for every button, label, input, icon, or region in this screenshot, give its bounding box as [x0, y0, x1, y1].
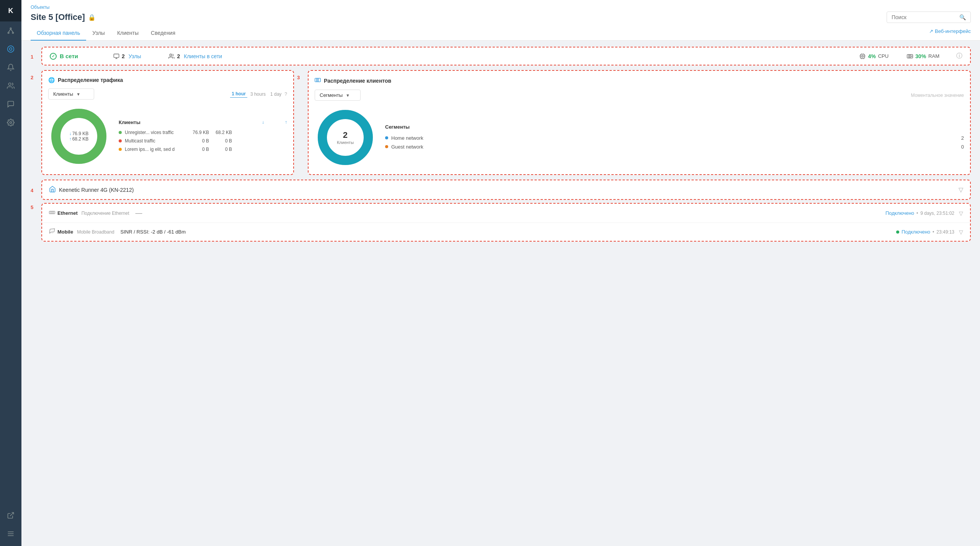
section-label-1: 1	[31, 54, 38, 60]
traffic-title: 🌐 Распределение трафика	[48, 77, 287, 83]
svg-point-5	[8, 46, 14, 52]
sidebar-item-alerts[interactable]	[0, 58, 21, 77]
info-icon[interactable]: ⓘ	[956, 52, 962, 60]
page-body: 1 В сети 2 Узлы 2 Клиенты в сети	[21, 41, 980, 546]
nodes-status: 2 Узлы	[113, 53, 141, 59]
svg-line-4	[11, 29, 13, 32]
mobile-expand-button[interactable]: ▽	[959, 229, 963, 235]
segment-dot-0	[385, 136, 388, 139]
connections-card: Ethernet Подключение Ethernet — Подключе…	[41, 203, 971, 242]
search-input[interactable]	[892, 14, 959, 20]
clients-panel: Распределение клиентов Сегменты ▼ Момент…	[308, 70, 971, 175]
time-3hours[interactable]: 3 hours	[249, 91, 267, 98]
time-filters: 1 hour 3 hours 1 day ?	[230, 90, 287, 98]
section-label-2: 2	[31, 75, 38, 175]
svg-point-1	[8, 32, 9, 33]
mobile-icon	[49, 228, 55, 235]
cpu-icon	[859, 53, 866, 59]
ram-status: 30% RAM	[907, 53, 939, 59]
device-title: Keenetic Runner 4G (KN-2212)	[49, 186, 134, 194]
segment-row-1: Guest network 0	[385, 142, 964, 151]
conn-mobile-status: Подключено • 23:49:13	[896, 229, 954, 235]
status-section: 1 В сети 2 Узлы 2 Клиенты в сети	[31, 47, 971, 65]
breadcrumb[interactable]: Объекты	[31, 5, 971, 10]
device-icon	[49, 186, 56, 194]
clients-icon	[315, 77, 321, 84]
conn-ethernet-status: Подключено • 9 days, 23:51:02	[885, 210, 954, 216]
device-card: Keenetic Runner 4G (KN-2212) ▽	[41, 180, 971, 200]
traffic-dot-2	[119, 148, 122, 151]
time-1day[interactable]: 1 day	[269, 91, 283, 98]
time-1hour[interactable]: 1 hour	[230, 90, 247, 98]
segment-select-row: Сегменты ▼ Моментальное значение	[315, 90, 964, 101]
time-help-icon[interactable]: ?	[284, 92, 287, 97]
sidebar-item-menu[interactable]	[0, 525, 21, 543]
sidebar-item-dashboard[interactable]	[0, 40, 21, 58]
device-section: 4 Keenetic Runner 4G (KN-2212) ▽	[31, 180, 971, 200]
segment-chevron-icon: ▼	[346, 93, 350, 98]
segment-row-0: Home network 2	[385, 134, 964, 142]
svg-line-3	[8, 29, 11, 32]
conn-mobile-name: Mobile Mobile Broadband	[49, 228, 114, 235]
traffic-dot-0	[119, 131, 122, 134]
tab-dashboard[interactable]: Обзорная панель	[31, 26, 86, 41]
nodes-icon	[113, 53, 119, 59]
traffic-icon: 🌐	[48, 77, 55, 83]
main-content: Объекты Site 5 [Office] 🔒 🔍 Обзорная пан…	[21, 0, 980, 546]
svg-point-0	[10, 28, 11, 29]
tab-list: Обзорная панель Узлы Клиенты Сведения	[31, 26, 181, 40]
segment-dot-1	[385, 145, 388, 148]
online-dot	[896, 230, 899, 234]
sidebar-item-chat[interactable]	[0, 95, 21, 113]
svg-point-7	[8, 83, 11, 86]
panels-row: 2 🌐 Распределение трафика Клиенты ▼ 1 ho…	[31, 70, 971, 175]
sidebar-item-users[interactable]	[0, 77, 21, 95]
lock-icon: 🔒	[88, 14, 96, 21]
traffic-dropdown[interactable]: Клиенты ▼	[48, 88, 94, 100]
web-interface-link[interactable]: ↗ Веб-интерфейс	[929, 28, 971, 38]
svg-point-15	[170, 54, 172, 56]
tab-nodes[interactable]: Узлы	[86, 26, 111, 41]
traffic-donut: ↓ 76.9 KB ↑ 68.2 KB	[48, 106, 109, 167]
upload-col-icon: ↑	[264, 119, 287, 125]
svg-point-8	[10, 122, 12, 124]
traffic-panel: 🌐 Распределение трафика Клиенты ▼ 1 hour…	[41, 70, 294, 175]
sidebar-item-settings[interactable]	[0, 113, 21, 132]
clients-donut-center: 2 Клиенты	[337, 130, 354, 145]
ram-icon	[907, 53, 913, 59]
search-icon: 🔍	[959, 14, 966, 20]
sidebar: K	[0, 0, 21, 546]
svg-point-2	[12, 32, 13, 33]
search-box[interactable]: 🔍	[887, 11, 971, 23]
header: Объекты Site 5 [Office] 🔒 🔍 Обзорная пан…	[21, 0, 980, 41]
svg-point-43	[51, 231, 54, 234]
svg-point-6	[10, 48, 12, 51]
traffic-up-value: ↑ 68.2 KB	[69, 136, 89, 142]
traffic-down-value: ↓ 76.9 KB	[69, 131, 89, 136]
tab-clients[interactable]: Клиенты	[111, 26, 145, 41]
logo[interactable]: K	[0, 0, 21, 21]
traffic-row-1: Multicast traffic 0 B 0 B	[119, 137, 287, 145]
clients-donut: 2 Клиенты	[315, 107, 376, 168]
conn-row-ethernet: Ethernet Подключение Ethernet — Подключе…	[42, 204, 970, 223]
traffic-controls: Клиенты ▼ 1 hour 3 hours 1 day ?	[48, 88, 287, 100]
cpu-status: 4% CPU	[859, 53, 889, 59]
ethernet-expand-button[interactable]: ▽	[959, 210, 963, 216]
traffic-table-header: Клиенты ↓ ↑	[119, 119, 287, 125]
status-online-dot	[50, 53, 57, 60]
sidebar-item-export[interactable]	[0, 506, 21, 525]
sidebar-item-topology[interactable]	[0, 21, 21, 40]
device-expand-button[interactable]: ▽	[959, 186, 963, 193]
status-card: В сети 2 Узлы 2 Клиенты в сети 4% CPU	[41, 47, 971, 65]
connections-section: 5 Ethernet Подключение Ethernet —	[31, 203, 971, 242]
tab-info[interactable]: Сведения	[145, 26, 181, 41]
conn-mobile-signal: SINR / RSSI: -2 dB / -61 dBm	[114, 229, 896, 235]
conn-ethernet-info: —	[129, 209, 885, 217]
segment-dropdown[interactable]: Сегменты ▼	[315, 90, 361, 101]
traffic-row-2: Lorem ips... ig elit, sed d 0 B 0 B	[119, 145, 287, 154]
chevron-down-icon: ▼	[76, 92, 80, 96]
clients-title: Распределение клиентов	[315, 77, 964, 84]
traffic-row-0: Unregister... vices traffic 76.9 KB 68.2…	[119, 128, 287, 137]
section-label-5: 5	[31, 204, 38, 210]
conn-row-mobile: Mobile Mobile Broadband SINR / RSSI: -2 …	[42, 223, 970, 241]
